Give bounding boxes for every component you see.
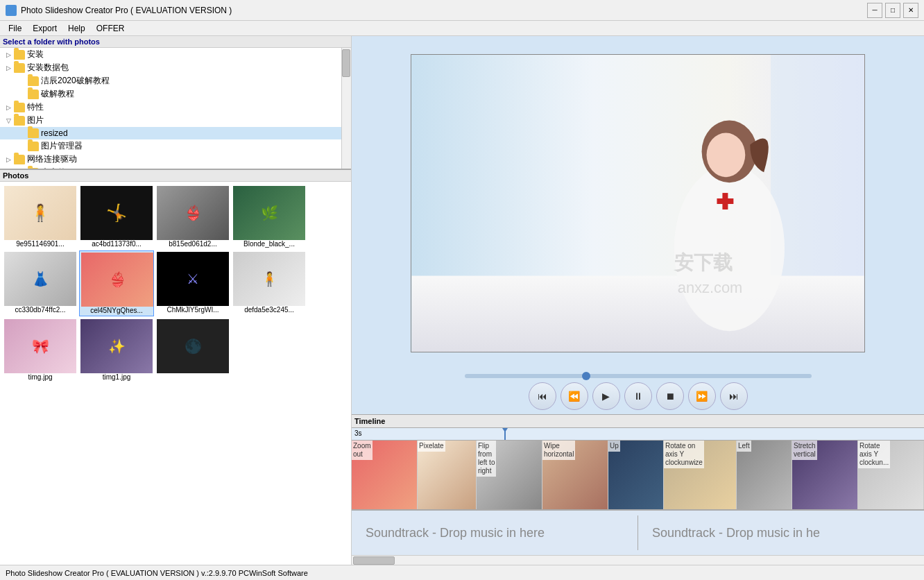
folder-icon — [28, 76, 39, 86]
photo-thumbnail: 🧍 — [4, 186, 76, 240]
timeline-label: Stretchvertical — [792, 441, 817, 460]
progress-indicator[interactable] — [582, 372, 590, 380]
expand-icon[interactable]: ▷ — [3, 49, 14, 60]
photos-grid: 🧍 9e951146901... 🤸 ac4bd11373f0... 👙 b81… — [0, 182, 351, 565]
tree-item-tupian[interactable]: ▽ 图片 — [0, 114, 351, 127]
tree-label: 破解教程 — [41, 88, 74, 100]
timeline-item[interactable]: Stretchvertical — [792, 441, 858, 509]
main-area: Select a folder with photos ▷ 安装 ▷ 安装数据包… — [0, 36, 924, 565]
close-button[interactable]: ✕ — [903, 3, 918, 18]
photo-item[interactable]: ⚔ ChMkJlY5rgWI... — [155, 250, 230, 316]
tree-item-jiechen[interactable]: ▷ 洁辰2020破解教程 — [0, 74, 351, 87]
timeline-item[interactable]: Up — [608, 441, 664, 509]
menu-file[interactable]: File — [3, 22, 27, 35]
preview-image: 安下载 anxz.com — [411, 54, 865, 352]
skip-forward-button[interactable]: ⏭ — [720, 382, 748, 410]
timeline-item[interactable]: Flipfromleft toright — [477, 441, 542, 509]
photo-item-selected[interactable]: 👙 cel45NYgQhes... — [79, 250, 154, 316]
tree-label: 安装数据包 — [27, 62, 69, 74]
app-icon — [6, 5, 17, 16]
expand-icon[interactable]: ▷ — [3, 102, 14, 113]
tree-item-tupiangl[interactable]: ▷ 图片管理器 — [0, 139, 351, 153]
timeline-item[interactable]: Pixelate — [418, 441, 477, 509]
svg-text:安下载: 安下载 — [673, 250, 733, 273]
tree-item-anzhuang[interactable]: ▷ 安装 — [0, 48, 351, 61]
timeline-item[interactable]: Rotate onaxis Yclockunwize — [664, 441, 737, 509]
menu-help[interactable]: Help — [62, 22, 91, 35]
tree-label: 图片 — [27, 114, 44, 126]
pause-button[interactable]: ⏸ — [624, 382, 652, 410]
timeline-label: Rotateaxis Yclockun... — [858, 441, 890, 468]
h-scrollbar-thumb[interactable] — [353, 556, 395, 565]
timeline-item[interactable]: Rotateaxis Yclockun... — [858, 441, 924, 509]
photo-name: cel45NYgQhes... — [81, 307, 152, 314]
tree-item-weishangchuan[interactable]: ▷ 未上传 — [0, 166, 351, 169]
tree-label: 图片管理器 — [41, 140, 83, 152]
stop-button[interactable]: ⏹ — [656, 382, 684, 410]
photo-item[interactable]: 🌿 Blonde_black_... — [232, 185, 307, 249]
svg-point-7 — [707, 133, 746, 177]
player-controls: ⏮ ⏪ ▶ ⏸ ⏹ ⏩ ⏭ — [352, 370, 924, 414]
soundtrack-right-label: Soundtrack - Drop music in he — [652, 526, 820, 540]
photo-item[interactable]: 👗 cc330db74ffc2... — [3, 250, 78, 316]
svg-text:anxz.com: anxz.com — [678, 279, 743, 296]
photo-thumbnail: 👙 — [157, 186, 229, 240]
scrollbar-thumb[interactable] — [342, 49, 350, 77]
timeline-label: Left — [737, 441, 751, 452]
svg-point-3 — [674, 165, 785, 331]
expand-icon[interactable]: ▽ — [3, 115, 14, 126]
photo-name: cc330db74ffc2... — [4, 306, 76, 314]
skip-back-button[interactable]: ⏮ — [529, 382, 556, 410]
expand-icon[interactable]: ▷ — [3, 62, 14, 74]
horizontal-scrollbar[interactable] — [352, 555, 924, 565]
timeline-item[interactable]: Left — [737, 441, 792, 509]
photo-item[interactable]: 👙 b815ed061d2... — [155, 185, 230, 249]
expand-icon[interactable]: ▷ — [3, 154, 14, 165]
soundtrack-left[interactable]: Soundtrack - Drop music in here — [352, 526, 638, 540]
folder-tree[interactable]: ▷ 安装 ▷ 安装数据包 ▷ 洁辰2020破解教程 ▷ 破解教程 — [0, 48, 351, 169]
timeline-label: Rotate onaxis Yclockunwize — [664, 441, 704, 468]
photo-thumbnail: 🤸 — [80, 186, 153, 240]
photo-item[interactable]: 🤸 ac4bd11373f0... — [79, 185, 154, 249]
timeline-label: Zoomout — [352, 441, 373, 460]
tree-label: 特性 — [27, 101, 44, 113]
photo-item[interactable]: ✨ timg1.jpg — [79, 318, 154, 382]
timeline-item[interactable]: Zoomout — [352, 441, 418, 509]
tree-item-anzhuangshujubao[interactable]: ▷ 安装数据包 — [0, 61, 351, 74]
timeline-area[interactable]: 3s — [352, 428, 924, 441]
status-text: Photo Slideshow Creator Pro ( EVALUATION… — [6, 569, 308, 577]
photo-item[interactable]: 🧍 defda5e3c245... — [232, 250, 307, 316]
window-controls: ─ □ ✕ — [867, 3, 918, 18]
photo-thumbnail: 👙 — [81, 253, 153, 307]
timeline-item[interactable]: Wipehorizontal — [542, 441, 608, 509]
soundtrack-right[interactable]: Soundtrack - Drop music in he — [638, 526, 924, 540]
soundtrack-area[interactable]: Soundtrack - Drop music in here Soundtra… — [352, 510, 924, 555]
progress-bar[interactable] — [465, 374, 812, 378]
fast-forward-button[interactable]: ⏩ — [688, 382, 716, 410]
photo-name: 9e951146901... — [4, 240, 76, 248]
tree-label: 网络连接驱动 — [27, 153, 77, 165]
timeline-thumbs: Zoomout Pixelate Flipfromleft toright Wi… — [352, 441, 924, 510]
app-title: Photo Slideshow Creator Pro ( EVALUATION… — [21, 6, 232, 15]
timeline-marker — [504, 428, 506, 440]
folder-icon — [28, 89, 39, 99]
minimize-button[interactable]: ─ — [867, 3, 882, 18]
photo-thumbnail: 🎀 — [4, 319, 76, 373]
photo-item[interactable]: 🎀 timg.jpg — [3, 318, 78, 382]
photo-item[interactable]: 🌑 — [155, 318, 230, 382]
photo-name: Blonde_black_... — [233, 240, 305, 248]
tree-item-texing[interactable]: ▷ 特性 — [0, 101, 351, 114]
restore-button[interactable]: □ — [885, 3, 900, 18]
folder-tree-scrollbar[interactable] — [341, 48, 351, 169]
menu-offer[interactable]: OFFER — [91, 22, 130, 35]
photo-item[interactable]: 🧍 9e951146901... — [3, 185, 78, 249]
rewind-button[interactable]: ⏪ — [561, 382, 588, 410]
photo-name: defda5e3c245... — [233, 306, 305, 314]
photo-thumbnail: ⚔ — [157, 252, 229, 306]
folder-icon — [14, 155, 25, 164]
play-button[interactable]: ▶ — [592, 382, 620, 410]
tree-item-wangluoqd[interactable]: ▷ 网络连接驱动 — [0, 153, 351, 166]
menu-export[interactable]: Export — [27, 22, 62, 35]
tree-item-pojie[interactable]: ▷ 破解教程 — [0, 87, 351, 101]
tree-item-resized[interactable]: ▷ resized — [0, 127, 351, 139]
